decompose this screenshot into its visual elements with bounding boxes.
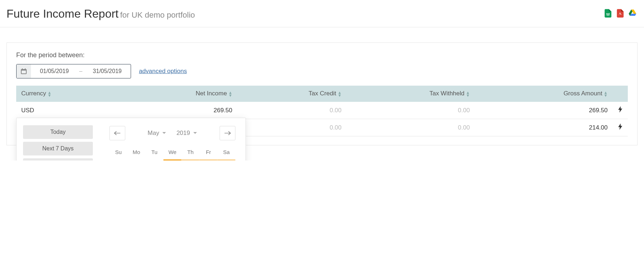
col-net-income[interactable]: Net Income▲▼ bbox=[118, 86, 237, 102]
date-range-input[interactable]: 01/05/2019 – 31/05/2019 bbox=[16, 64, 131, 78]
dow-mo: Mo bbox=[127, 146, 145, 159]
sort-icon: ▲▼ bbox=[338, 91, 342, 97]
month-year-select: May 2019 bbox=[148, 130, 197, 137]
table-header-row: Currency▲▼ Net Income▲▼ Tax Credit▲▼ Tax… bbox=[16, 86, 628, 102]
day-1[interactable]: 1 bbox=[163, 159, 181, 160]
export-pdf-icon[interactable] bbox=[615, 8, 625, 20]
cell-tax-credit: 0.00 bbox=[237, 119, 347, 136]
calendar-grid: Su Mo Tu We Th Fr Sa 28 29 30 1 2 3 4 5 … bbox=[109, 146, 235, 160]
sort-icon: ▲▼ bbox=[228, 91, 232, 97]
dow-we: We bbox=[163, 146, 181, 159]
advanced-options-link[interactable]: advanced options bbox=[139, 68, 187, 75]
export-drive-icon[interactable] bbox=[627, 8, 638, 20]
dow-sa: Sa bbox=[217, 146, 235, 159]
year-select[interactable]: 2019 bbox=[176, 130, 197, 137]
page-header: Future Income Report for UK demo portfol… bbox=[0, 0, 644, 27]
page-title: Future Income Report bbox=[6, 7, 118, 20]
date-picker-popup: Today Next 7 Days Next Month Next Year I… bbox=[16, 118, 246, 160]
chevron-down-icon bbox=[162, 132, 166, 135]
day-3[interactable]: 3 bbox=[199, 159, 217, 160]
preset-next7-button[interactable]: Next 7 Days bbox=[23, 142, 93, 155]
col-action bbox=[613, 86, 628, 102]
cell-tax-withheld: 0.00 bbox=[347, 102, 475, 119]
col-currency[interactable]: Currency▲▼ bbox=[16, 86, 118, 102]
calendar-icon bbox=[17, 64, 31, 78]
date-range-row: 01/05/2019 – 31/05/2019 advanced options bbox=[16, 64, 628, 78]
page-subtitle: for UK demo portfolio bbox=[120, 10, 195, 19]
cell-action[interactable] bbox=[613, 119, 628, 136]
export-icons bbox=[603, 8, 638, 20]
dow-su: Su bbox=[109, 146, 127, 159]
day-prev-28[interactable]: 28 bbox=[109, 159, 127, 160]
bolt-icon bbox=[618, 106, 623, 113]
col-tax-withheld[interactable]: Tax Withheld▲▼ bbox=[347, 86, 475, 102]
preset-next-month-button[interactable]: Next Month bbox=[23, 158, 93, 160]
dow-tu: Tu bbox=[145, 146, 163, 159]
sort-icon: ▲▼ bbox=[604, 91, 608, 97]
report-card: For the period between: 01/05/2019 – 31/… bbox=[6, 42, 638, 145]
sort-icon: ▲▼ bbox=[466, 91, 470, 97]
day-4[interactable]: 4 bbox=[217, 159, 235, 160]
dow-th: Th bbox=[181, 146, 199, 159]
day-prev-29[interactable]: 29 bbox=[127, 159, 145, 160]
header-title-wrap: Future Income Report for UK demo portfol… bbox=[6, 7, 195, 21]
chevron-down-icon bbox=[193, 132, 197, 135]
table-row: USD 269.50 0.00 0.00 269.50 bbox=[16, 102, 628, 119]
day-2[interactable]: 2 bbox=[181, 159, 199, 160]
prev-month-button[interactable] bbox=[109, 126, 125, 140]
cell-tax-credit: 0.00 bbox=[237, 102, 347, 119]
day-prev-30[interactable]: 30 bbox=[145, 159, 163, 160]
sort-icon: ▲▼ bbox=[48, 91, 51, 97]
cell-gross-amount: 269.50 bbox=[475, 102, 613, 119]
bolt-icon bbox=[618, 123, 623, 130]
date-to: 31/05/2019 bbox=[84, 68, 131, 74]
cell-gross-amount: 214.00 bbox=[475, 119, 613, 136]
col-tax-credit[interactable]: Tax Credit▲▼ bbox=[237, 86, 347, 102]
date-picker-presets: Today Next 7 Days Next Month Next Year I… bbox=[17, 118, 99, 160]
col-gross-amount[interactable]: Gross Amount▲▼ bbox=[475, 86, 613, 102]
date-picker-calendar: May 2019 Su Mo Tu We Th Fr Sa 28 29 30 bbox=[99, 118, 246, 160]
next-month-button[interactable] bbox=[220, 126, 235, 140]
dow-fr: Fr bbox=[199, 146, 217, 159]
cell-tax-withheld: 0.00 bbox=[347, 119, 475, 136]
cell-net-income: 269.50 bbox=[118, 102, 237, 119]
cell-action[interactable] bbox=[613, 102, 628, 119]
date-separator: – bbox=[78, 68, 84, 74]
date-from: 01/05/2019 bbox=[31, 68, 78, 74]
period-label: For the period between: bbox=[16, 51, 628, 59]
calendar-nav: May 2019 bbox=[109, 126, 235, 140]
preset-today-button[interactable]: Today bbox=[23, 125, 93, 139]
month-select[interactable]: May bbox=[148, 130, 166, 137]
cell-currency: USD bbox=[16, 102, 118, 119]
export-sheets-icon[interactable] bbox=[603, 8, 613, 20]
